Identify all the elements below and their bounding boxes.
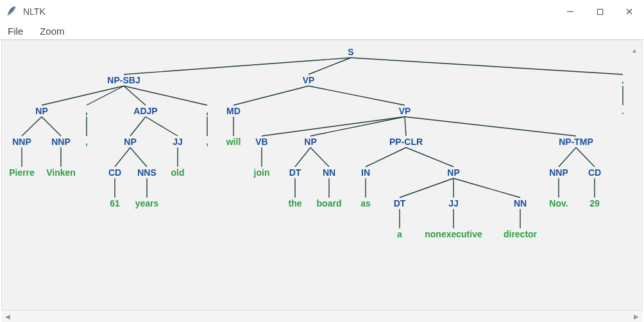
tree-node-pp-clr[interactable]: PP-CLR	[389, 137, 423, 147]
window-controls	[555, 0, 644, 23]
tree-leaf-board[interactable]: board	[317, 198, 342, 208]
tree-leaf-as[interactable]: as	[360, 198, 371, 208]
tree-leaf-61[interactable]: 61	[110, 198, 120, 208]
menu-zoom[interactable]: Zoom	[36, 24, 68, 38]
svg-line-31	[310, 148, 329, 167]
tree-node-dt[interactable]: DT	[289, 167, 301, 178]
tree-node-nnp[interactable]: NNP	[12, 137, 31, 147]
svg-line-13	[22, 117, 42, 136]
svg-line-30	[295, 148, 310, 167]
svg-line-34	[559, 148, 576, 167]
tree-node-jj[interactable]: JJ	[448, 198, 459, 208]
tree-node-np[interactable]: NP	[35, 106, 47, 116]
tree-node-in[interactable]: IN	[361, 167, 370, 178]
tree-leaf-join[interactable]: join	[254, 167, 270, 178]
tree-node-np[interactable]: NP	[124, 137, 136, 147]
tree-node-md[interactable]: MD	[226, 106, 241, 116]
tree-leaf-years[interactable]: years	[135, 198, 159, 208]
tree-node--[interactable]: .	[622, 75, 624, 85]
svg-rect-1	[597, 9, 602, 14]
tree-node-vp[interactable]: VP	[303, 75, 315, 85]
tree-node-s[interactable]: S	[348, 47, 353, 57]
svg-line-21	[310, 117, 405, 136]
tree-leaf-a[interactable]: a	[397, 229, 402, 239]
svg-line-10	[124, 86, 207, 105]
minimize-button[interactable]	[555, 0, 585, 23]
svg-line-6	[351, 58, 623, 74]
tree-node-nn[interactable]: NN	[323, 167, 335, 178]
tree-node-nns[interactable]: NNS	[137, 167, 157, 178]
horizontal-scrollbar[interactable]: ◀ ▶	[1, 310, 643, 322]
tree-leaf-will[interactable]: will	[226, 137, 241, 147]
svg-line-20	[262, 117, 405, 136]
tree-node-np-tmp[interactable]: NP-TMP	[559, 137, 593, 147]
tree-canvas[interactable]: ▲ SNP-SBJVP.NP,ADJP,MDVPNNPNNP,NPJJ,will…	[2, 40, 642, 310]
tree-node-adjp[interactable]: ADJP	[133, 106, 157, 116]
tree-leaf-nonexecutive[interactable]: nonexecutive	[425, 229, 482, 239]
tree-node-dt[interactable]: DT	[394, 198, 406, 208]
tree-leaf--[interactable]: .	[622, 106, 624, 116]
tree-leaf--[interactable]: ,	[206, 137, 208, 147]
tree-node-np[interactable]: NP	[447, 167, 459, 178]
tree-node-np-sbj[interactable]: NP-SBJ	[107, 75, 140, 85]
svg-line-23	[405, 117, 576, 136]
tree-leaf-pierre[interactable]: Pierre	[9, 167, 35, 178]
svg-line-16	[130, 117, 146, 136]
svg-line-32	[366, 148, 406, 167]
svg-line-17	[146, 117, 178, 136]
tree-node-nnp[interactable]: NNP	[549, 167, 568, 178]
svg-line-12	[309, 86, 405, 105]
tree-canvas-wrap: ▲ SNP-SBJVP.NP,ADJP,MDVPNNPNNP,NPJJ,will…	[1, 40, 643, 310]
tree-node-vp[interactable]: VP	[399, 106, 411, 116]
maximize-button[interactable]	[585, 0, 614, 23]
tree-node--[interactable]: ,	[206, 106, 208, 116]
tree-leaf-the[interactable]: the	[289, 198, 302, 208]
tree-leaf-vinken[interactable]: Vinken	[46, 167, 76, 178]
tree-leaf-director[interactable]: director	[504, 229, 537, 239]
scroll-left-icon[interactable]: ◀	[5, 313, 10, 320]
svg-line-33	[406, 148, 453, 167]
scroll-up-icon[interactable]: ▲	[629, 46, 640, 56]
svg-line-11	[233, 86, 309, 105]
tree-leaf--[interactable]: ,	[85, 137, 88, 147]
titlebar: NLTK	[0, 0, 644, 23]
tree-node-cd[interactable]: CD	[588, 167, 601, 178]
svg-line-41	[400, 178, 453, 198]
tree-node-nnp[interactable]: NNP	[51, 137, 71, 147]
svg-line-4	[124, 58, 351, 74]
tree-node--[interactable]: ,	[85, 106, 88, 116]
window-title: NLTK	[23, 6, 46, 17]
svg-line-14	[42, 117, 61, 136]
tree-node-cd[interactable]: CD	[108, 167, 121, 178]
svg-line-22	[405, 117, 406, 136]
python-feather-icon	[5, 5, 18, 18]
tree-node-np[interactable]: NP	[304, 137, 316, 147]
svg-line-27	[130, 148, 147, 167]
vertical-scrollbar[interactable]: ▲	[629, 46, 640, 305]
scroll-right-icon[interactable]: ▶	[634, 313, 639, 320]
tree-node-vb[interactable]: VB	[255, 137, 267, 147]
menubar: File Zoom	[0, 23, 644, 40]
tree-leaf-old[interactable]: old	[171, 167, 185, 178]
tree-leaf-nov-[interactable]: Nov.	[549, 198, 568, 208]
tree-node-nn[interactable]: NN	[514, 198, 527, 208]
menu-file[interactable]: File	[4, 24, 27, 38]
tree-leaf-29[interactable]: 29	[589, 198, 600, 208]
tree-node-jj[interactable]: JJ	[173, 137, 183, 147]
close-button[interactable]	[614, 0, 644, 23]
svg-line-26	[115, 148, 130, 167]
svg-line-7	[42, 86, 124, 105]
svg-line-8	[87, 86, 124, 105]
svg-line-43	[453, 178, 520, 198]
svg-line-35	[576, 148, 595, 167]
